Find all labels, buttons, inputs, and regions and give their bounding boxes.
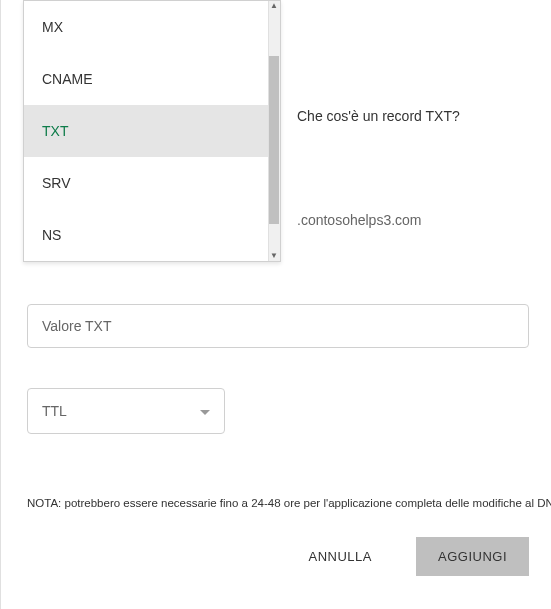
chevron-down-icon [200,403,210,419]
dropdown-item-cname[interactable]: CNAME [24,53,280,105]
button-row: ANNULLA AGGIUNGI [295,537,529,576]
scrollbar-arrow-down-icon[interactable]: ▼ [268,251,280,261]
ttl-select[interactable]: TTL [27,388,225,434]
ttl-select-label: TTL [42,403,67,419]
cancel-button[interactable]: ANNULLA [295,539,386,574]
scrollbar-track[interactable]: ▲ ▼ [268,1,280,261]
txt-value-input[interactable] [27,304,529,348]
what-is-txt-label: Che cos'è un record TXT? [297,108,460,124]
dropdown-item-mx[interactable]: MX [24,1,280,53]
dropdown-item-ns[interactable]: NS [24,209,280,261]
scrollbar-thumb[interactable] [269,56,279,224]
domain-suffix-label: .contosohelps3.com [297,212,422,228]
record-type-dropdown[interactable]: MX CNAME TXT SRV NS ▲ ▼ [23,0,281,262]
dropdown-list: MX CNAME TXT SRV NS ▲ ▼ [24,1,280,261]
dns-note-label: NOTA: potrebbero essere necessarie fino … [27,497,547,509]
dropdown-item-srv[interactable]: SRV [24,157,280,209]
dropdown-item-txt[interactable]: TXT [24,105,280,157]
add-button[interactable]: AGGIUNGI [416,537,529,576]
scrollbar-arrow-up-icon[interactable]: ▲ [268,1,280,11]
